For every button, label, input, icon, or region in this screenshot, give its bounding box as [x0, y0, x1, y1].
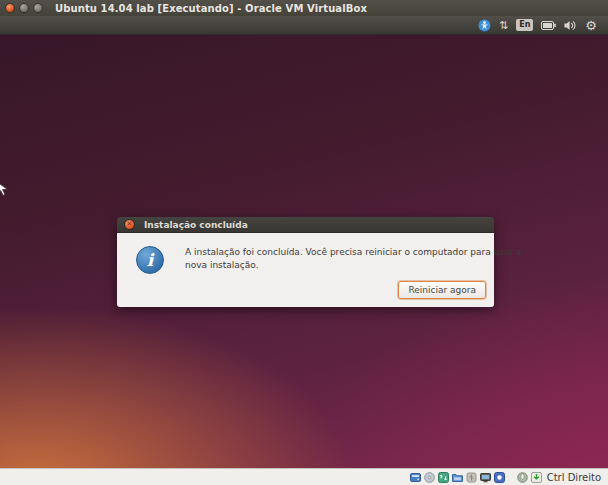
dialog-message-line2: nova instalação. [185, 260, 259, 270]
dialog-titlebar[interactable]: ✕ Instalação concluída [117, 217, 494, 233]
hard-disks-icon[interactable] [410, 472, 421, 483]
window-minimize-button[interactable] [19, 3, 29, 13]
window-close-button[interactable] [5, 3, 15, 13]
vbox-statusbar: Ctrl Direito [0, 468, 608, 485]
volume-icon[interactable] [564, 20, 577, 31]
keyboard-indicator-arrows-icon[interactable]: ⇅ [499, 20, 508, 31]
vbox-titlebar[interactable]: Ubuntu 14.04 lab [Executando] - Oracle V… [0, 0, 608, 16]
keyboard-capture-icon[interactable] [531, 472, 542, 483]
optical-drives-icon[interactable] [424, 472, 435, 483]
accessibility-icon[interactable] [478, 19, 491, 32]
video-capture-icon[interactable] [494, 472, 505, 483]
shared-folders-icon[interactable] [452, 472, 463, 483]
keyboard-layout-indicator[interactable]: En [516, 19, 533, 31]
session-gear-icon[interactable]: ⚙ [585, 19, 597, 32]
info-icon: i [136, 246, 164, 274]
guest-screen[interactable]: ⇅ En ⚙ ✕ Instal [0, 16, 608, 468]
usb-icon[interactable] [466, 472, 477, 483]
mouse-integration-icon[interactable] [517, 472, 528, 483]
statusbar-separator [508, 477, 514, 478]
network-icon[interactable] [438, 472, 449, 483]
battery-icon[interactable] [541, 21, 556, 30]
window-maximize-button[interactable] [33, 3, 43, 13]
installation-complete-dialog: ✕ Instalação concluída i A instalação fo… [117, 217, 494, 307]
dialog-close-icon[interactable]: ✕ [124, 219, 135, 230]
dialog-message: A instalação foi concluída. Você precisa… [185, 246, 522, 272]
virtualbox-window: Ubuntu 14.04 lab [Executando] - Oracle V… [0, 0, 608, 485]
ubuntu-top-panel[interactable]: ⇅ En ⚙ [0, 16, 608, 35]
restart-now-button[interactable]: Reiniciar agora [398, 281, 486, 299]
desktop-wallpaper[interactable]: ✕ Instalação concluída i A instalação fo… [0, 35, 608, 468]
mouse-cursor [0, 181, 9, 196]
host-key-label: Ctrl Direito [547, 472, 601, 483]
dialog-body: i A instalação foi concluída. Você preci… [117, 233, 494, 307]
dialog-title: Instalação concluída [144, 220, 248, 230]
dialog-message-line1: A instalação foi concluída. Você precisa… [185, 247, 522, 257]
window-title: Ubuntu 14.04 lab [Executando] - Oracle V… [55, 3, 367, 14]
display-icon[interactable] [480, 472, 491, 483]
